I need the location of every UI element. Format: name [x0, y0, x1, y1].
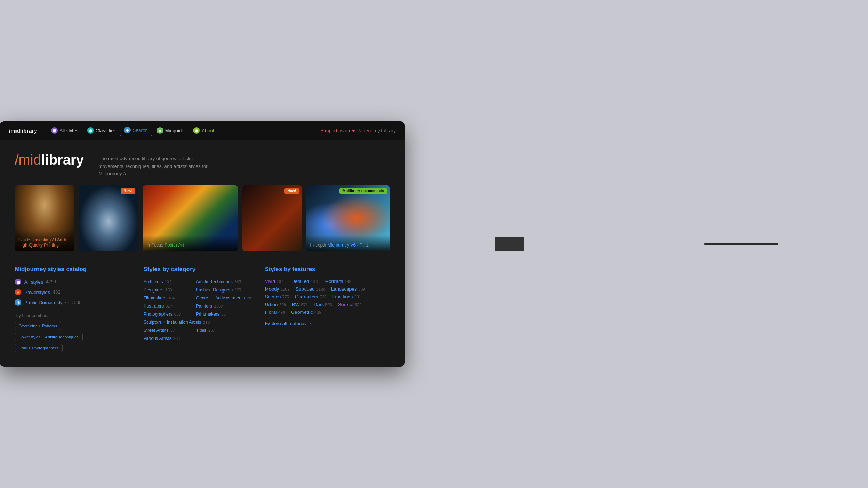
powerstyles-icon: ⚡ — [15, 289, 21, 295]
feat-surreal[interactable]: Surreal 522 — [338, 302, 362, 307]
card-new2[interactable]: New! — [242, 185, 302, 251]
card-poster-caption: In Focus Poster Art — [143, 235, 238, 251]
cat-painters[interactable]: Painters 1367 — [196, 303, 261, 309]
card-v6[interactable]: Midlibrary recommends In-depth Midjourne… — [306, 185, 390, 251]
cat-printmakers[interactable]: Printmakers 35 — [196, 311, 261, 317]
cat-filmmakers[interactable]: Filmmakers 104 — [143, 295, 189, 301]
caption-main: Midjourney V6 · Pt. 1 — [328, 243, 369, 248]
featured-cards: Guide Upscaling AI Art for High-Quality … — [0, 185, 405, 260]
badge-new-2: New! — [284, 188, 299, 194]
feat-row-1: Vivid 1975 Detailed 1673 Portraits 1426 — [265, 279, 390, 284]
caption-prefix: Guide — [18, 237, 31, 243]
public-domain-icon: ◎ — [15, 299, 21, 306]
nav-logo[interactable]: /midlibrary — [9, 128, 37, 134]
catalog-powerstyles-count: 482 — [53, 290, 60, 295]
feat-portraits[interactable]: Portraits 1426 — [326, 279, 354, 284]
card-eye[interactable]: New! — [79, 185, 138, 251]
cat-designers[interactable]: Designers 150 — [143, 287, 189, 293]
feat-row-3: Scenes 775 Characters 733 Fine lines 681 — [265, 294, 390, 299]
hero-title-library: library — [41, 152, 84, 168]
hero-section: /midlibrary The most advanced library of… — [0, 140, 405, 185]
feat-floral[interactable]: Floral 496 — [265, 309, 285, 315]
features-section: Styles by features Vivid 1975 Detailed 1… — [265, 266, 390, 355]
nav-search[interactable]: ⊕ Search — [120, 125, 151, 136]
catalog-public-domain-label: Public Domain styles — [24, 300, 69, 305]
card-v6-caption: In-depth Midjourney V6 · Pt. 1 — [306, 235, 390, 251]
nav-midguide[interactable]: ◈ Midguide — [153, 125, 188, 136]
caption-prefix: In-depth — [310, 243, 327, 248]
caption-prefix: In Focus — [146, 243, 164, 248]
cat-titles[interactable]: Titles 257 — [196, 327, 261, 334]
catalog-all-styles-label: All styles — [24, 279, 43, 285]
nav-items: ▦ All styles ◉ Classifier ⊕ Search ◈ Mid… — [47, 125, 320, 136]
classifier-icon: ◉ — [87, 127, 94, 134]
feat-detailed[interactable]: Detailed 1673 — [291, 279, 319, 284]
cat-photographers[interactable]: Photographers 637 — [143, 311, 189, 317]
feat-vivid[interactable]: Vivid 1975 — [265, 279, 285, 284]
card-poster[interactable]: In Focus Poster Art — [143, 185, 238, 251]
filter-powerstyles[interactable]: Powerstyles + Artistic Techniques — [15, 333, 83, 341]
feat-row-5: Floral 496 Geometric 485 — [265, 309, 390, 315]
card-fairy-caption: Guide Upscaling AI Art for High-Quality … — [15, 230, 74, 251]
cat-artistic-techniques[interactable]: Artistic Techniques 367 — [196, 279, 261, 285]
catalog-powerstyles-label: Powerstyles — [24, 290, 50, 295]
feat-dark[interactable]: Dark 523 — [314, 302, 332, 307]
catalog-powerstyles[interactable]: ⚡ Powerstyles 482 — [15, 289, 132, 295]
cat-various-artists[interactable]: Various Artists 263 — [143, 335, 189, 342]
cat-street-artists[interactable]: Street Artists 57 — [143, 327, 189, 334]
cat-architects[interactable]: Architects 102 — [143, 279, 189, 285]
filter-geometric[interactable]: Geometric + Patterns — [15, 322, 61, 330]
catalog-public-domain-count: 1236 — [72, 300, 82, 305]
all-styles-icon: ▦ — [15, 279, 21, 285]
hero-description: The most advanced library of genres, art… — [99, 152, 216, 178]
heart-icon: ♥ — [352, 128, 355, 133]
nav-all-styles[interactable]: ▦ All styles — [47, 125, 82, 136]
caption-main: Poster Art — [164, 243, 184, 248]
filter-combos-label: Try filter combos: — [15, 313, 132, 318]
cat-genres[interactable]: Genres + Art Movements 285 — [196, 295, 261, 301]
feat-bw[interactable]: BW 571 — [292, 302, 308, 307]
nav-bar: /midlibrary ▦ All styles ◉ Classifier ⊕ … — [0, 121, 405, 140]
features-title: Styles by features — [265, 266, 390, 273]
about-icon: ◉ — [193, 127, 200, 134]
cat-fashion-designers[interactable]: Fashion Designers 127 — [196, 287, 261, 293]
cat-grid: Architects 102 Artistic Techniques 367 D… — [143, 279, 261, 342]
feat-row-2: Moody 1289 Subdued 1120 Landscapes 839 — [265, 286, 390, 292]
badge-recommends: Midlibrary recommends — [339, 188, 387, 194]
filter-combos: Try filter combos: Geometric + Patterns … — [15, 313, 132, 355]
catalog-section: Midjourney styles catalog ▦ All styles 4… — [15, 266, 140, 355]
midguide-icon: ◈ — [157, 127, 163, 134]
catalog-public-domain[interactable]: ◎ Public Domain styles 1236 — [15, 299, 132, 306]
badge-new: New! — [121, 188, 135, 194]
catalog-all-styles-count: 4796 — [46, 279, 56, 284]
hero-title-slash: /mid — [15, 152, 41, 168]
feat-landscapes[interactable]: Landscapes 839 — [331, 286, 365, 292]
category-section: Styles by category Architects 102 Artist… — [140, 266, 265, 355]
hero-title: /midlibrary — [15, 152, 84, 168]
category-title: Styles by category — [143, 266, 261, 273]
card-fairy[interactable]: Guide Upscaling AI Art for High-Quality … — [15, 185, 74, 251]
feat-geometric[interactable]: Geometric 485 — [291, 309, 321, 315]
feat-finelines[interactable]: Fine lines 681 — [332, 294, 361, 299]
filter-dark[interactable]: Dark + Photographers — [15, 344, 63, 352]
cat-sculptors[interactable]: Sculptors + Installation Artists 218 — [143, 319, 261, 326]
content-grid: Midjourney styles catalog ▦ All styles 4… — [0, 260, 405, 367]
nav-classifier[interactable]: ◉ Classifier — [83, 125, 119, 136]
explore-all-link[interactable]: Explore all features → — [265, 321, 312, 326]
my-library-link[interactable]: my Library — [373, 128, 396, 133]
cat-illustrators[interactable]: Illustrators 827 — [143, 303, 189, 309]
catalog-title: Midjourney styles catalog — [15, 266, 132, 273]
feat-characters[interactable]: Characters 733 — [295, 294, 327, 299]
support-link[interactable]: Support us on ♥ Patreon — [320, 128, 373, 133]
search-icon: ⊕ — [124, 127, 131, 133]
feat-subdued[interactable]: Subdued 1120 — [296, 286, 326, 292]
feat-moody[interactable]: Moody 1289 — [265, 286, 290, 292]
nav-about[interactable]: ◉ About — [189, 125, 218, 136]
grid-icon: ▦ — [51, 127, 58, 134]
feat-row-4: Urban 629 BW 571 Dark 523 Surreal 522 — [265, 302, 390, 307]
feat-urban[interactable]: Urban 629 — [265, 302, 286, 307]
feat-scenes[interactable]: Scenes 775 — [265, 294, 289, 299]
catalog-all-styles[interactable]: ▦ All styles 4796 — [15, 279, 132, 285]
